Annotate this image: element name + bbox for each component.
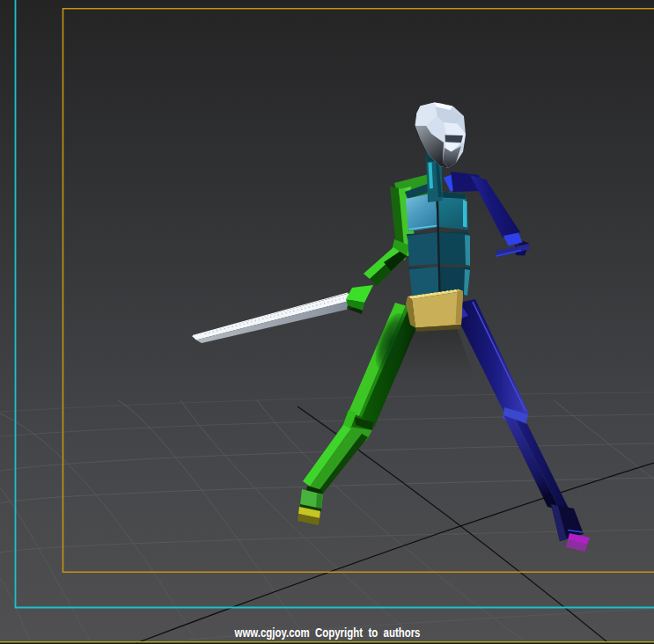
svg-text:www.cgjoy.com Copyright to: www.cgjoy.com Copyright to authors (234, 625, 421, 640)
